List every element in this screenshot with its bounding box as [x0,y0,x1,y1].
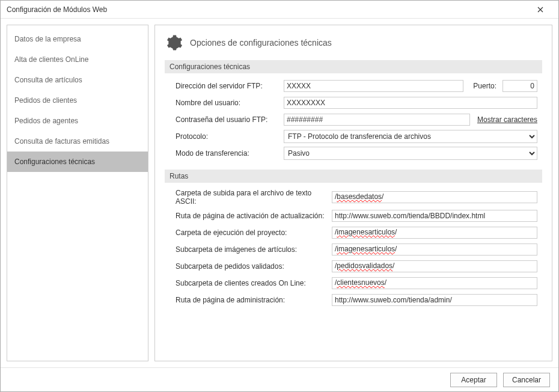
row-username: Nombre del usuario: [176,96,537,109]
panel-title: Opciones de configuraciones técnicas [190,38,332,47]
window-title: Configuración de Módulos Web [7,5,528,14]
sidebar-item-client-orders[interactable]: Pedidos de clientes [7,90,148,111]
panel-header: Opciones de configuraciones técnicas [165,34,542,52]
routes-form: Carpeta de subida para el archivo de tex… [165,189,542,316]
transfer-mode-select[interactable]: Pasivo [284,147,537,160]
upload-folder-input[interactable] [332,191,537,203]
close-button[interactable] [528,5,552,14]
password-input[interactable] [284,114,470,126]
row-ftp-server: Dirección del servidor FTP: Puerto: [176,79,537,93]
row-orders-subfolder: Subcarpeta de pedidos validados: /pedido… [176,260,537,273]
close-icon [537,7,543,13]
ftp-server-input[interactable] [284,80,463,92]
label-images-subfolder: Subcarpeta de imágenes de artículos: [176,245,332,254]
sidebar-item-label: Configuraciones técnicas [14,158,95,166]
sidebar-item-label: Pedidos de agentes [14,117,78,125]
row-admin-page: Ruta de página de administración: [176,293,537,307]
sidebar-item-label: Consulta de facturas emitidas [14,137,109,145]
exec-folder-input[interactable] [332,227,537,239]
cancel-button[interactable]: Cancelar [503,373,550,387]
show-characters-link[interactable]: Mostrar caracteres [477,115,537,124]
label-orders-subfolder: Subcarpeta de pedidos validados: [176,262,332,271]
port-input[interactable] [502,80,537,92]
accept-button[interactable]: Aceptar [450,373,497,387]
dialog-footer: Aceptar Cancelar [1,367,558,391]
label-protocol: Protocolo: [176,132,284,141]
row-activation-page: Ruta de página de activación de actualiz… [176,209,537,222]
label-exec-folder: Carpeta de ejecución del proyecto: [176,228,332,237]
row-password: Contraseña del usuario FTP: Mostrar cara… [176,113,537,126]
row-upload-folder: Carpeta de subida para el archivo de tex… [176,189,537,206]
section-header-routes: Rutas [165,170,542,183]
row-images-subfolder: Subcarpeta de imágenes de artículos: /im… [176,243,537,256]
sidebar-item-online-clients[interactable]: Alta de clientes OnLine [7,49,148,70]
clients-subfolder-input[interactable] [332,277,537,289]
config-form: Dirección del servidor FTP: Puerto: Nomb… [165,79,542,170]
sidebar-item-label: Consulta de artículos [14,76,82,84]
activation-page-input[interactable] [332,210,537,222]
sidebar-item-article-query[interactable]: Consulta de artículos [7,70,148,90]
sidebar-item-invoices[interactable]: Consulta de facturas emitidas [7,131,148,152]
label-activation-page: Ruta de página de activación de actualiz… [176,212,332,220]
sidebar: Datos de la empresa Alta de clientes OnL… [7,25,148,361]
title-bar: Configuración de Módulos Web [1,1,558,19]
dialog-body: Datos de la empresa Alta de clientes OnL… [1,19,558,367]
username-input[interactable] [284,97,537,109]
label-admin-page: Ruta de página de administración: [176,296,332,304]
dialog-window: Configuración de Módulos Web Datos de la… [0,0,559,392]
sidebar-item-tech-config[interactable]: Configuraciones técnicas [7,152,148,172]
main-panel: Opciones de configuraciones técnicas Con… [154,25,552,361]
sidebar-item-label: Alta de clientes OnLine [14,55,88,64]
images-subfolder-input[interactable] [332,243,537,256]
label-username: Nombre del usuario: [176,99,284,107]
sidebar-item-label: Datos de la empresa [14,35,81,43]
admin-page-input[interactable] [332,294,537,306]
row-transfer-mode: Modo de transferencia: Pasivo [176,147,537,160]
label-password: Contraseña del usuario FTP: [176,115,284,124]
section-header-config: Configuraciones técnicas [165,60,542,73]
orders-subfolder-input[interactable] [332,260,537,272]
sidebar-item-agent-orders[interactable]: Pedidos de agentes [7,111,148,131]
protocol-select[interactable]: FTP - Protocolo de transferencia de arch… [284,130,537,143]
gear-icon [165,34,183,52]
label-port: Puerto: [473,82,496,90]
row-exec-folder: Carpeta de ejecución del proyecto: /imag… [176,226,537,239]
row-protocol: Protocolo: FTP - Protocolo de transferen… [176,130,537,143]
label-ftp-server: Dirección del servidor FTP: [176,82,284,90]
label-clients-subfolder: Subcarpeta de clientes creados On Line: [176,279,332,287]
row-clients-subfolder: Subcarpeta de clientes creados On Line: … [176,277,537,290]
label-upload-folder: Carpeta de subida para el archivo de tex… [176,189,332,206]
label-transfer-mode: Modo de transferencia: [176,149,284,158]
sidebar-item-label: Pedidos de clientes [14,96,77,105]
sidebar-item-company[interactable]: Datos de la empresa [7,29,148,49]
